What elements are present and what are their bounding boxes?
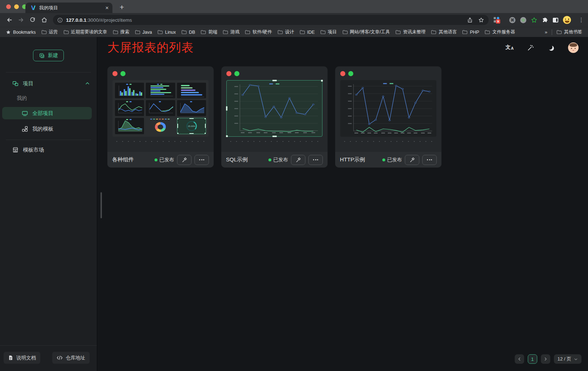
back-button[interactable] — [4, 15, 15, 25]
sidebar: 新建 项目 我的 全部项目 — [0, 37, 97, 371]
bookmarks-overflow-button[interactable]: » — [545, 29, 547, 35]
bookmark-folder[interactable]: 项目 — [320, 29, 337, 35]
card-dots — [226, 71, 322, 76]
card-dots — [112, 71, 209, 76]
app-root: 新建 项目 我的 全部项目 — [0, 37, 588, 371]
mini-line-chart — [115, 100, 144, 116]
bookmark-folder[interactable]: 搜索 — [113, 29, 129, 35]
prev-page-button[interactable] — [515, 354, 524, 364]
home-button[interactable] — [39, 15, 49, 25]
docs-button[interactable]: 说明文档 — [4, 352, 40, 364]
sidebar-group-project[interactable]: 项目 — [0, 77, 97, 90]
bookmark-folder[interactable]: 近期需要读的文章 — [63, 29, 107, 35]
bookmark-folder[interactable]: 前端 — [201, 29, 217, 35]
scrollbar-thumb[interactable] — [100, 192, 102, 218]
edit-button[interactable] — [405, 155, 419, 165]
bookmark-folder[interactable]: 设计 — [277, 29, 294, 35]
bookmark-folder[interactable]: IDE — [300, 30, 315, 35]
dark-mode-moon-icon[interactable] — [547, 45, 552, 50]
bookmark-folder[interactable]: Linux — [157, 30, 176, 35]
address-bar[interactable]: 127.0.0.1:3000/#/project/items — [53, 15, 489, 25]
bookmark-folder[interactable]: 网站/博客/文章/工具 — [342, 29, 390, 35]
bookmark-folder[interactable]: Java — [135, 30, 152, 35]
extension-grid-icon[interactable]: 9 — [494, 17, 500, 23]
folder-icon — [245, 30, 250, 34]
address-bar-actions — [467, 17, 484, 23]
other-bookmarks-button[interactable]: 其他书签 — [556, 29, 582, 35]
folder-icon — [63, 30, 69, 34]
current-page[interactable]: 1 — [528, 354, 537, 364]
storefront-icon — [12, 147, 19, 153]
bookmark-folder[interactable]: 游戏 — [223, 29, 239, 35]
extensions-row: 9 ⌘ ⋮ — [494, 16, 584, 24]
dotted-divider — [340, 141, 436, 142]
extension-green-star-icon[interactable] — [531, 17, 537, 23]
card-footer: HTTP示例 已发布 — [335, 152, 441, 168]
forward-button[interactable] — [16, 15, 26, 25]
site-info-icon[interactable] — [57, 17, 63, 23]
project-card[interactable]: 25.00% 各种组件 — [107, 66, 214, 168]
user-avatar[interactable] — [568, 42, 579, 53]
profile-avatar-emoji[interactable] — [563, 16, 571, 24]
new-project-button[interactable]: 新建 — [33, 50, 64, 61]
more-button[interactable] — [194, 155, 209, 165]
bookmark-folder[interactable]: 软件/硬件 — [245, 29, 272, 35]
sidebar-item-all-projects[interactable]: 全部项目 — [2, 107, 92, 119]
browser-menu-icon[interactable]: ⋮ — [579, 17, 584, 23]
bookmarks-root[interactable]: Bookmarks — [6, 30, 36, 35]
close-window-button[interactable] — [6, 4, 11, 9]
project-card[interactable]: SQL示例 已发布 — [221, 66, 328, 168]
extension-record-icon[interactable] — [520, 17, 526, 23]
folder-icon — [113, 30, 118, 34]
url-text[interactable]: 127.0.0.1:3000/#/project/items — [66, 17, 464, 23]
magic-wand-icon[interactable] — [527, 44, 534, 51]
minimize-window-button[interactable] — [14, 4, 19, 9]
page-size-select[interactable]: 12 / 页 — [554, 354, 581, 364]
bookmark-folder[interactable]: 文件服务器 — [485, 29, 515, 35]
sidebar-item-template-market[interactable]: 模板市场 — [0, 144, 97, 156]
divider — [6, 140, 91, 140]
traffic-lights — [6, 4, 27, 9]
folder-icon — [135, 30, 140, 34]
url-path: :3000/#/project/items — [86, 17, 132, 23]
tab-close-icon[interactable]: ✕ — [105, 5, 109, 11]
new-tab-button[interactable]: + — [117, 2, 127, 12]
language-icon[interactable]: 文A — [505, 45, 514, 50]
monitor-icon — [21, 110, 28, 117]
more-button[interactable] — [422, 155, 437, 165]
bookmark-star-icon[interactable] — [478, 17, 484, 23]
bookmark-folder[interactable]: 资讯未整理 — [395, 29, 426, 35]
publish-status: 已发布 — [268, 157, 288, 163]
mini-bar-chart — [115, 83, 144, 98]
edit-button[interactable] — [177, 155, 192, 165]
folder-icon — [462, 30, 468, 34]
folder-icon — [342, 30, 348, 34]
folder-icon — [277, 30, 283, 34]
new-project-label: 新建 — [48, 52, 58, 59]
edit-button[interactable] — [291, 155, 305, 165]
browser-window: 我的项目 ✕ + — [0, 0, 588, 371]
browser-tab[interactable]: 我的项目 ✕ — [25, 3, 112, 13]
sidebar-group-project-label: 项目 — [23, 80, 33, 87]
repo-button[interactable]: 仓库地址 — [52, 352, 90, 364]
chevron-up-icon[interactable] — [85, 81, 90, 86]
bookmark-folder[interactable]: DB — [181, 30, 195, 35]
bookmark-folder[interactable]: 其他语言 — [431, 29, 457, 35]
more-button[interactable] — [308, 155, 323, 165]
folder-icon — [556, 30, 562, 34]
bookmark-folder[interactable]: 运营 — [41, 29, 58, 35]
red-dot — [340, 71, 345, 76]
sidebar-item-my-templates[interactable]: 我的模板 — [0, 123, 97, 135]
extensions-puzzle-icon[interactable] — [542, 17, 548, 23]
project-card[interactable]: HTTP示例 已发布 — [335, 66, 441, 168]
other-bookmarks-label: 其他书签 — [564, 29, 582, 35]
bookmark-folder[interactable]: PHP — [462, 30, 479, 35]
extension-command-icon[interactable]: ⌘ — [509, 17, 515, 23]
card-footer: 各种组件 已发布 — [107, 152, 214, 168]
status-label: 已发布 — [387, 157, 402, 163]
share-icon[interactable] — [467, 17, 473, 23]
side-panel-icon[interactable] — [553, 18, 558, 22]
reload-button[interactable] — [28, 15, 38, 25]
mini-gauge-chart-selected: 25.00% — [177, 118, 206, 134]
next-page-button[interactable] — [541, 354, 550, 364]
